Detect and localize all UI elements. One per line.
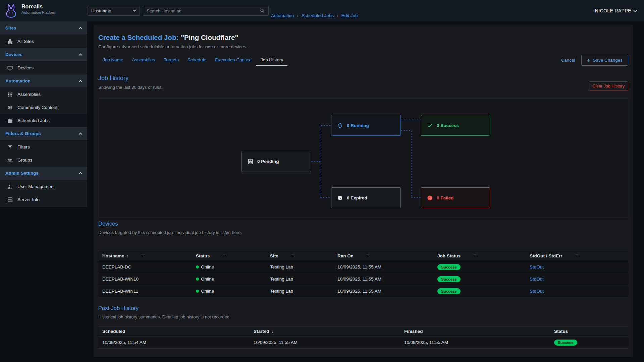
stdout-link[interactable]: StdOut: [530, 277, 544, 282]
sort-asc-icon[interactable]: ↑: [126, 254, 128, 258]
sidebar-item-all-sites[interactable]: All Sites: [0, 35, 87, 48]
stdout-link[interactable]: StdOut: [530, 264, 544, 269]
hostname-select[interactable]: Hostname: [88, 6, 140, 16]
table-row[interactable]: 10/09/2025, 11:54 AM 10/09/2025, 11:55 A…: [98, 337, 628, 349]
chevron-up-icon: [78, 80, 82, 83]
flow-failed-box[interactable]: 0 Failed: [421, 187, 490, 208]
status-cell: Online: [192, 277, 266, 282]
breadcrumb-link-scheduled-jobs[interactable]: Scheduled Jobs: [302, 13, 334, 18]
ran-on-cell: 10/09/2025, 11:55 AM: [333, 264, 433, 269]
sidebar-section-filters-groups[interactable]: Filters & Groups: [0, 127, 87, 140]
column-label: Started: [254, 329, 269, 334]
tab-assemblies[interactable]: Assemblies: [128, 54, 160, 66]
sidebar-section-label: Admin Settings: [5, 171, 39, 176]
sidebar-item-devices[interactable]: Devices: [0, 61, 87, 74]
hostname-cell: DEEPLAB-WIN11: [98, 289, 192, 294]
col-status[interactable]: Status: [550, 329, 628, 334]
tab-job-name[interactable]: Job Name: [98, 54, 128, 66]
breadcrumb-link-automation[interactable]: Automation: [271, 13, 294, 18]
save-changes-label: Save Changes: [593, 58, 623, 63]
tab-execution-context[interactable]: Execution Context: [211, 54, 256, 66]
table-row[interactable]: DEEPLAB-WIN11 Online Testing Lab 10/09/2…: [98, 285, 628, 297]
past-table-header: Scheduled Started ↓ Finished Status: [98, 326, 628, 337]
sidebar-item-filters[interactable]: Filters: [0, 140, 87, 154]
col-started[interactable]: Started ↓: [250, 329, 400, 334]
status-cell: Online: [192, 264, 266, 269]
filter-icon[interactable]: [222, 253, 227, 258]
col-finished[interactable]: Finished: [400, 329, 550, 334]
sidebar-section-sites[interactable]: Sites: [0, 21, 87, 35]
filter-icon[interactable]: [290, 253, 296, 258]
column-label: Site: [270, 253, 278, 258]
stdout-link[interactable]: StdOut: [530, 289, 544, 294]
sidebar-section-devices[interactable]: Devices: [0, 48, 87, 61]
devices-table-header: Hostname ↑ Status Site Ran On Job Status: [98, 251, 628, 261]
col-stdout-stderr[interactable]: StdOut / StdErr: [526, 253, 628, 258]
user-gear-icon: [7, 183, 13, 190]
cancel-button[interactable]: Cancel: [561, 54, 575, 66]
hostname-searchbox[interactable]: [143, 6, 269, 16]
col-hostname[interactable]: Hostname ↑: [98, 253, 192, 258]
filter-icon[interactable]: [141, 253, 146, 258]
col-scheduled[interactable]: Scheduled: [98, 329, 250, 334]
filter-icon[interactable]: [473, 253, 478, 258]
sort-desc-icon[interactable]: ↓: [271, 329, 273, 334]
finished-cell: 10/09/2025, 11:55 AM: [400, 340, 550, 345]
page-title-job-name: "Ping Cloudflare": [181, 34, 238, 41]
building-icon: [7, 38, 13, 45]
sidebar-section-automation[interactable]: Automation: [0, 74, 87, 88]
page-subtitle: Configure advanced schedulable automatio…: [98, 44, 628, 50]
people-icon: [7, 104, 13, 111]
column-label: Ran On: [337, 253, 354, 258]
user-menu[interactable]: NICOLE RAPPE: [595, 0, 637, 21]
hostname-select-value: Hostname: [91, 8, 111, 13]
sidebar-section-label: Devices: [5, 52, 22, 57]
check-icon: [427, 122, 433, 129]
job-status-flow-diagram: 0 Pending 0 Running 3 Success 0 Expired: [98, 99, 628, 218]
col-status[interactable]: Status: [192, 253, 266, 258]
tab-job-history[interactable]: Job History: [256, 54, 288, 66]
sidebar-item-user-management[interactable]: User Management: [0, 180, 87, 193]
col-ran-on[interactable]: Ran On: [333, 253, 433, 258]
sidebar-item-label: Groups: [17, 158, 32, 163]
sidebar-item-scheduled-jobs[interactable]: Scheduled Jobs: [0, 114, 87, 127]
flow-pending-box[interactable]: 0 Pending: [241, 151, 311, 172]
table-row[interactable]: DEEPLAB-DC Online Testing Lab 10/09/2025…: [98, 261, 628, 273]
sidebar-section-label: Filters & Groups: [5, 131, 41, 136]
hostname-cell: DEEPLAB-WIN10: [98, 277, 192, 282]
flow-running-box[interactable]: 0 Running: [331, 115, 401, 136]
filter-icon[interactable]: [575, 253, 580, 258]
sidebar-item-server-info[interactable]: Server Info: [0, 193, 87, 206]
table-row[interactable]: DEEPLAB-WIN10 Online Testing Lab 10/09/2…: [98, 273, 628, 285]
clock-icon: [337, 195, 343, 201]
clear-job-history-button[interactable]: Clear Job History: [589, 81, 628, 91]
status-cell: Online: [192, 289, 266, 294]
sidebar-item-groups[interactable]: Groups: [0, 154, 87, 167]
flow-expired-box[interactable]: 0 Expired: [331, 187, 401, 208]
filter-icon[interactable]: [366, 253, 371, 258]
past-job-history-table: Scheduled Started ↓ Finished Status 10/0…: [98, 326, 628, 349]
col-job-status[interactable]: Job Status: [433, 253, 526, 258]
flow-expired-label: 0 Expired: [347, 195, 367, 200]
sidebar-item-assemblies[interactable]: Assemblies: [0, 88, 87, 101]
sidebar-section-label: Sites: [5, 25, 16, 31]
chevron-up-icon: [78, 172, 82, 176]
flow-pending-label: 0 Pending: [257, 159, 279, 164]
tab-schedule[interactable]: Schedule: [183, 54, 211, 66]
sidebar-section-admin-settings[interactable]: Admin Settings: [0, 167, 87, 180]
sidebar-item-label: Filters: [17, 144, 30, 149]
site-cell: Testing Lab: [266, 277, 333, 282]
search-input[interactable]: [147, 8, 260, 13]
breadcrumb-link-edit-job[interactable]: Edit Job: [341, 13, 358, 18]
column-label: Finished: [404, 329, 423, 334]
job-history-section-header: Job History Showing the last 30 days of …: [98, 74, 628, 90]
save-changes-button[interactable]: + Save Changes: [581, 55, 629, 66]
column-label: StdOut / StdErr: [530, 253, 562, 258]
flow-success-box[interactable]: 3 Success: [421, 115, 490, 136]
sidebar: Sites All Sites Devices Devices Automati…: [0, 21, 87, 207]
col-site[interactable]: Site: [266, 253, 333, 258]
sidebar-item-community-content[interactable]: Community Content: [0, 101, 87, 114]
flow-running-label: 0 Running: [347, 123, 369, 128]
tab-targets[interactable]: Targets: [160, 54, 183, 66]
devices-title: Devices: [98, 220, 628, 227]
